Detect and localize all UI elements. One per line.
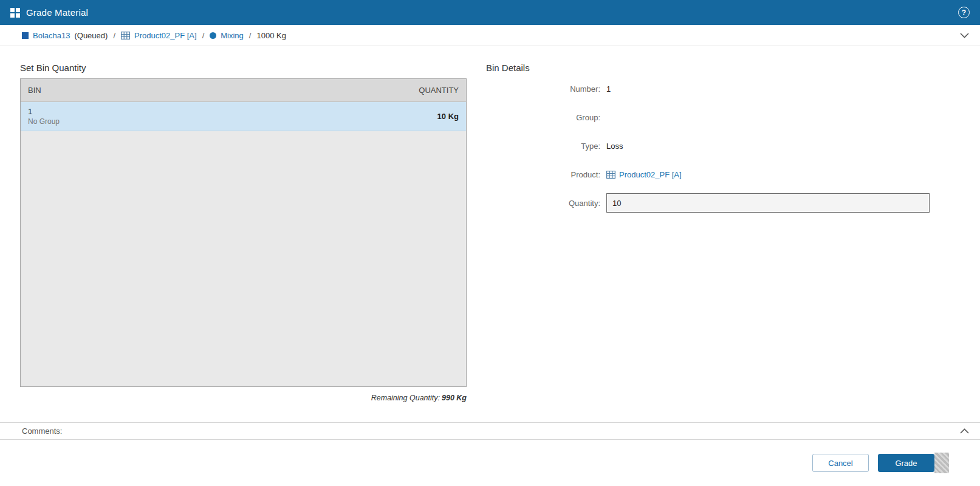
operation-circle-icon <box>210 32 216 39</box>
footer: Cancel Grade <box>0 440 980 486</box>
product-grid-icon <box>121 32 130 39</box>
product-label: Product: <box>486 170 600 179</box>
remaining-quantity: Remaining Quantity:990 Kg <box>20 394 467 402</box>
grade-button[interactable]: Grade <box>878 454 934 472</box>
bin-details-title: Bin Details <box>486 63 930 73</box>
quantity-row: Quantity: <box>486 193 930 213</box>
product-row: Product: Product02_PF [A] <box>486 165 930 184</box>
chevron-down-icon[interactable] <box>960 33 969 38</box>
breadcrumb-separator: / <box>202 31 205 40</box>
comments-bar: Comments: <box>0 422 980 440</box>
breadcrumb-separator: / <box>113 31 115 40</box>
remaining-quantity-value: 990 Kg <box>442 394 467 402</box>
bin-row-number: 1 <box>28 107 60 116</box>
quantity-input[interactable] <box>606 193 930 213</box>
bin-row-group: No Group <box>28 117 60 126</box>
bin-details-panel: Bin Details Number: 1 Group: Type: Loss … <box>486 63 930 422</box>
number-value: 1 <box>606 84 930 94</box>
product-grid-icon <box>606 171 615 179</box>
quantity-label: Quantity: <box>486 199 600 208</box>
set-bin-quantity-title: Set Bin Quantity <box>20 63 467 73</box>
group-row: Group: <box>486 108 930 127</box>
bin-table: BIN QUANTITY 1 No Group 10 Kg <box>20 78 467 387</box>
column-header-quantity: QUANTITY <box>419 86 459 95</box>
bin-row-quantity: 10 Kg <box>437 112 459 121</box>
app-grid-icon <box>10 8 20 18</box>
comments-label: Comments: <box>22 426 62 436</box>
main-content: Set Bin Quantity BIN QUANTITY 1 No Group… <box>0 46 980 422</box>
order-status: (Queued) <box>74 31 108 40</box>
bin-table-empty-area <box>21 131 466 386</box>
table-row[interactable]: 1 No Group 10 Kg <box>21 102 466 131</box>
resize-grip <box>934 453 949 473</box>
type-row: Type: Loss <box>486 136 930 156</box>
order-quantity: 1000 Kg <box>256 31 286 40</box>
breadcrumb: Bolacha13 (Queued) / Product02_PF [A] / … <box>0 25 980 46</box>
help-glyph: ? <box>962 9 966 17</box>
page-title: Grade Material <box>26 7 88 18</box>
number-row: Number: 1 <box>486 79 930 98</box>
type-label: Type: <box>486 142 600 151</box>
breadcrumb-product-link[interactable]: Product02_PF [A] <box>134 31 197 40</box>
app-header: Grade Material ? <box>0 0 980 25</box>
help-icon[interactable]: ? <box>958 7 970 18</box>
breadcrumb-separator: / <box>249 31 252 40</box>
bin-details-form: Number: 1 Group: Type: Loss Product: <box>486 79 930 213</box>
breadcrumb-order-link[interactable]: Bolacha13 <box>33 31 70 40</box>
remaining-quantity-label: Remaining Quantity: <box>371 394 440 402</box>
group-label: Group: <box>486 113 600 122</box>
order-square-icon <box>22 32 29 39</box>
type-value: Loss <box>606 142 930 151</box>
product-link[interactable]: Product02_PF [A] <box>619 170 682 179</box>
cancel-button[interactable]: Cancel <box>812 454 869 472</box>
bin-table-header: BIN QUANTITY <box>21 79 466 102</box>
set-bin-quantity-panel: Set Bin Quantity BIN QUANTITY 1 No Group… <box>20 63 467 422</box>
breadcrumb-operation-link[interactable]: Mixing <box>221 31 244 40</box>
number-label: Number: <box>486 84 600 94</box>
column-header-bin: BIN <box>28 86 41 95</box>
chevron-up-icon[interactable] <box>960 428 969 434</box>
